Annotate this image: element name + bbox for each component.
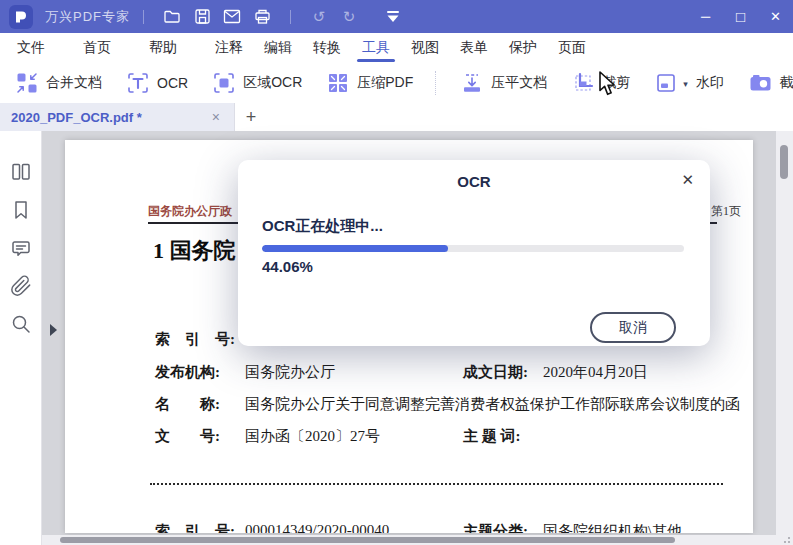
menu-bar: 文件 首页 帮助 注释 编辑 转换 工具 视图 表单 保护 页面 (0, 33, 793, 62)
screenshot-icon (749, 72, 772, 94)
resize-grip (788, 541, 790, 543)
page-thumbnails-icon[interactable] (10, 161, 32, 183)
ocr-status-text: OCR正在处理中... (262, 217, 383, 236)
doc-field-value: 国务院组织机构\其他 (543, 522, 682, 533)
flatten-icon (461, 72, 483, 94)
scrollbar-corner (776, 535, 793, 545)
menu-comment[interactable]: 注释 (213, 33, 245, 62)
open-folder-icon[interactable] (157, 4, 187, 30)
doc-field-row: 文 号: 国办函〔2020〕27号 主 题 词: (65, 427, 753, 445)
mouse-cursor (596, 71, 618, 97)
menu-form[interactable]: 表单 (458, 33, 490, 62)
doc-dotted-divider (150, 483, 723, 485)
ocr-progress-fill (262, 245, 448, 252)
toolbar-group-divider (435, 71, 436, 95)
doc-field-value: 国务院办公厅 (245, 363, 335, 382)
horizontal-scrollbar[interactable] (42, 535, 776, 545)
watermark-icon (655, 72, 677, 94)
compress-pdf-button[interactable]: 压缩PDF (327, 72, 413, 94)
menu-home[interactable]: 首页 (81, 33, 113, 62)
ocr-progress-bar (262, 245, 684, 252)
doc-field-value: 000014349/2020-00040 (245, 522, 389, 533)
customize-toolbar-icon[interactable] (378, 4, 408, 30)
doc-field-label: 名 称: (155, 395, 220, 414)
tab-active-document[interactable]: 2020_PDF_OCR.pdf * × (0, 103, 235, 131)
document-tab-bar: 2020_PDF_OCR.pdf * × + (0, 103, 793, 132)
menu-file[interactable]: 文件 (15, 33, 47, 62)
new-tab-button[interactable]: + (235, 103, 267, 131)
undo-icon[interactable]: ↺ (304, 8, 334, 26)
bookmarks-icon[interactable] (10, 199, 32, 221)
doc-header-text: 国务院办公厅政 (148, 203, 232, 220)
doc-field-row: 名 称: 国务院办公厅关于同意调整完善消费者权益保护工作部际联席会议制度的函 (65, 395, 753, 413)
screenshot-button[interactable]: 截屏 (749, 72, 793, 94)
cancel-button[interactable]: 取消 (590, 312, 676, 343)
ocr-progress-dialog: OCR ✕ OCR正在处理中... 44.06% 取消 (238, 160, 710, 346)
dialog-title: OCR (238, 173, 710, 190)
doc-field-value: 2020年04月20日 (543, 363, 648, 382)
doc-field-row: 索 引 号: 000014349/2020-00040 主题分类: 国务院组织机… (65, 522, 753, 533)
print-icon[interactable] (247, 4, 277, 30)
navigation-sidebar (0, 131, 42, 545)
comments-icon[interactable] (10, 237, 32, 259)
search-icon[interactable] (10, 313, 32, 335)
tab-title: 2020_PDF_OCR.pdf * (11, 110, 209, 125)
merge-icon (16, 72, 38, 94)
area-ocr-button[interactable]: 区域OCR (213, 72, 302, 94)
menu-edit[interactable]: 编辑 (262, 33, 294, 62)
pdf-application-window: 万兴PDF专家 ↺ ↻ ─ □ ✕ 文 (0, 0, 793, 545)
area-ocr-icon (213, 72, 235, 94)
doc-field-label: 主 题 词: (463, 427, 521, 446)
flatten-document-button[interactable]: 压平文档 (461, 72, 547, 94)
doc-field-value: 国务院办公厅关于同意调整完善消费者权益保护工作部际联席会议制度的函 (245, 395, 740, 414)
compress-pdf-icon (327, 72, 349, 94)
menu-help[interactable]: 帮助 (147, 33, 179, 62)
doc-field-row: 发布机构: 国务院办公厅 成文日期: 2020年04月20日 (65, 363, 753, 381)
doc-field-label: 发布机构: (155, 363, 220, 382)
crop-icon (572, 72, 594, 94)
maximize-button[interactable]: □ (723, 0, 758, 33)
minimize-button[interactable]: ─ (688, 0, 723, 33)
doc-heading: 1 国务院 (153, 236, 236, 266)
tools-toolbar: 合并文档 OCR 区域OCR (0, 62, 793, 104)
doc-field-label: 主题分类: (463, 522, 528, 533)
menu-view[interactable]: 视图 (409, 33, 441, 62)
chevron-down-icon[interactable]: ▾ (683, 79, 688, 94)
menu-tools-active[interactable]: 工具 (360, 33, 392, 62)
attachments-icon[interactable] (10, 275, 32, 297)
doc-field-label: 索 引 号: (155, 330, 235, 349)
tab-close-icon[interactable]: × (209, 109, 223, 125)
menu-protect[interactable]: 保护 (507, 33, 539, 62)
titlebar-divider (290, 10, 291, 24)
app-logo-icon (9, 5, 33, 29)
vertical-scrollbar-thumb[interactable] (780, 145, 788, 179)
window-controls: ─ □ ✕ (688, 0, 793, 33)
menu-page[interactable]: 页面 (556, 33, 588, 62)
dialog-close-icon[interactable]: ✕ (681, 171, 694, 189)
app-title: 万兴PDF专家 (45, 8, 130, 26)
email-icon[interactable] (217, 4, 247, 30)
doc-field-label: 成文日期: (463, 363, 528, 382)
watermark-button[interactable]: ▾ 水印 (655, 72, 724, 94)
doc-page-number: 第1页 (711, 203, 741, 220)
title-bar: 万兴PDF专家 ↺ ↻ ─ □ ✕ (0, 0, 793, 33)
horizontal-scrollbar-thumb[interactable] (60, 537, 675, 543)
doc-field-value: 国办函〔2020〕27号 (245, 427, 380, 446)
ocr-icon (127, 72, 149, 94)
save-icon[interactable] (187, 4, 217, 30)
redo-icon[interactable]: ↻ (334, 8, 364, 26)
menu-convert[interactable]: 转换 (311, 33, 343, 62)
ocr-progress-percent: 44.06% (262, 258, 313, 275)
vertical-scrollbar[interactable] (776, 131, 793, 535)
close-window-button[interactable]: ✕ (758, 0, 793, 33)
titlebar-divider (143, 10, 144, 24)
doc-field-label: 索 引 号: (155, 522, 235, 533)
merge-documents-button[interactable]: 合并文档 (16, 72, 102, 94)
ocr-button[interactable]: OCR (127, 72, 188, 94)
sidebar-expand-handle[interactable] (50, 324, 57, 336)
doc-field-label: 文 号: (155, 427, 220, 446)
